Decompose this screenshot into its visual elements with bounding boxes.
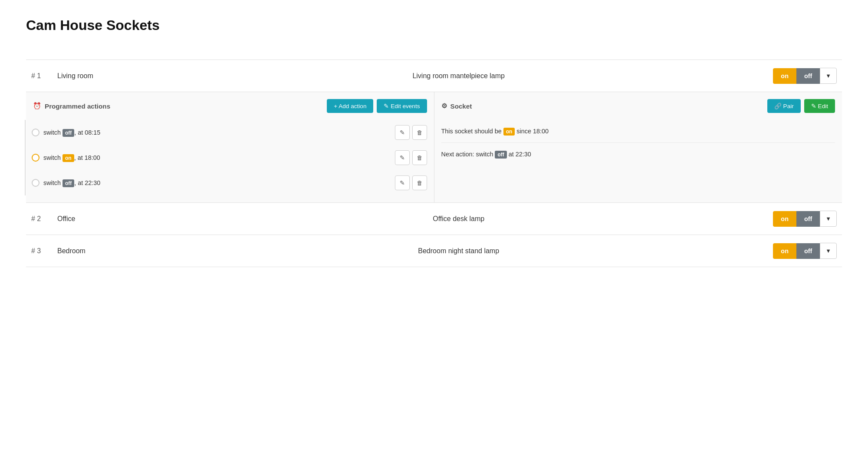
delete-action-2-button[interactable]: 🗑 bbox=[412, 150, 427, 165]
socket-number-3: # 3 bbox=[31, 247, 49, 255]
add-action-button[interactable]: + Add action bbox=[327, 99, 373, 113]
socket-next-badge: off bbox=[495, 151, 506, 159]
pair-button[interactable]: 🔗 Pair bbox=[767, 99, 801, 113]
delete-action-1-button[interactable]: 🗑 bbox=[412, 125, 427, 140]
delete-action-3-button[interactable]: 🗑 bbox=[412, 175, 427, 190]
socket-number-1: # 1 bbox=[31, 72, 49, 80]
edit-socket-button[interactable]: ✎ Edit bbox=[804, 99, 835, 113]
socket-device-2: Office desk lamp bbox=[153, 215, 764, 223]
edit-action-1-button[interactable]: ✎ bbox=[395, 125, 410, 140]
socket-next-row: Next action: switch off at 22:30 bbox=[441, 143, 835, 165]
edit-events-button[interactable]: ✎ Edit events bbox=[377, 99, 427, 113]
toggle-off-button-1[interactable]: off bbox=[796, 68, 820, 84]
timeline-dot-1 bbox=[32, 129, 39, 136]
socket-device-1: Living room mantelpiece lamp bbox=[153, 72, 764, 80]
action-list: switch off, at 08:15 ✎ 🗑 switch on, at 1… bbox=[33, 120, 427, 195]
edit-action-2-button[interactable]: ✎ bbox=[395, 150, 410, 165]
badge-off-3: off bbox=[62, 179, 74, 187]
socket-status-badge: on bbox=[503, 128, 515, 136]
socket-location-3: Bedroom bbox=[57, 247, 144, 255]
badge-off-1: off bbox=[62, 129, 74, 137]
toggle-dropdown-button-1[interactable]: ▼ bbox=[820, 68, 837, 84]
action-item-2: switch on, at 18:00 ✎ 🗑 bbox=[43, 145, 427, 170]
edit-action-3-button[interactable]: ✎ bbox=[395, 175, 410, 190]
socket-controls-2: on off ▼ bbox=[773, 211, 837, 227]
action-text-2: switch on, at 18:00 bbox=[43, 154, 390, 161]
socket-controls-1: on off ▼ bbox=[773, 68, 837, 84]
timeline-dot-3 bbox=[32, 179, 39, 187]
socket-status-row: This socket should be on since 18:00 bbox=[441, 120, 835, 143]
action-item-1: switch off, at 08:15 ✎ 🗑 bbox=[43, 120, 427, 145]
badge-on-2: on bbox=[62, 154, 74, 162]
socket-next-time: at 22:30 bbox=[509, 151, 531, 158]
gear-icon: ⚙ bbox=[441, 102, 447, 110]
toggle-dropdown-button-2[interactable]: ▼ bbox=[820, 211, 837, 227]
socket-panel-title: Socket bbox=[450, 103, 472, 110]
toggle-off-button-2[interactable]: off bbox=[796, 211, 820, 227]
socket-location-1: Living room bbox=[57, 72, 144, 80]
programmed-actions-panel: ⏰ Programmed actions + Add action ✎ Edit… bbox=[26, 92, 434, 202]
socket-controls-3: on off ▼ bbox=[773, 243, 837, 259]
socket-status-text-1: This socket should be bbox=[441, 128, 502, 135]
toggle-on-button-1[interactable]: on bbox=[773, 68, 796, 84]
toggle-off-button-3[interactable]: off bbox=[796, 243, 820, 259]
action-text-1: switch off, at 08:15 bbox=[43, 129, 390, 136]
toggle-on-button-2[interactable]: on bbox=[773, 211, 796, 227]
socket-number-2: # 2 bbox=[31, 215, 49, 223]
page-title: Cam House Sockets bbox=[26, 17, 842, 33]
socket-list: # 1 Living room Living room mantelpiece … bbox=[26, 60, 842, 267]
action-text-3: switch off, at 22:30 bbox=[43, 179, 390, 186]
toggle-on-button-3[interactable]: on bbox=[773, 243, 796, 259]
socket-expanded-panel-1: ⏰ Programmed actions + Add action ✎ Edit… bbox=[26, 92, 842, 202]
programmed-actions-title: Programmed actions bbox=[45, 103, 110, 110]
socket-status-since: since 18:00 bbox=[516, 128, 549, 135]
action-item-3: switch off, at 22:30 ✎ 🗑 bbox=[43, 170, 427, 195]
clock-icon: ⏰ bbox=[33, 102, 41, 110]
socket-location-2: Office bbox=[57, 215, 144, 223]
socket-device-3: Bedroom night stand lamp bbox=[153, 247, 764, 255]
socket-next-text-1: Next action: switch bbox=[441, 151, 493, 158]
toggle-dropdown-button-3[interactable]: ▼ bbox=[820, 243, 837, 259]
socket-row-3: # 3 Bedroom Bedroom night stand lamp on … bbox=[26, 235, 842, 267]
timeline-dot-2 bbox=[32, 154, 39, 162]
socket-info-panel: ⚙ Socket 🔗 Pair ✎ Edit This socket shoul… bbox=[434, 92, 842, 202]
socket-row-2: # 2 Office Office desk lamp on off ▼ bbox=[26, 203, 842, 235]
socket-row-1: # 1 Living room Living room mantelpiece … bbox=[26, 60, 842, 203]
